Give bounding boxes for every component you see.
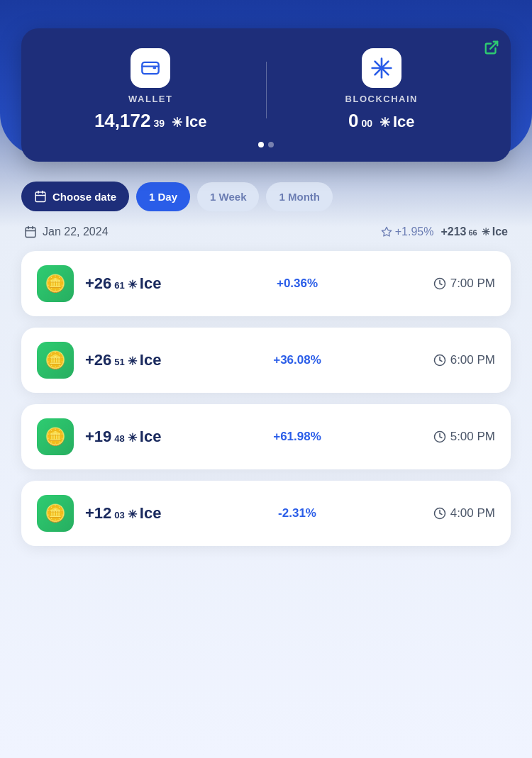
tx-pct: -2.31% bbox=[269, 506, 326, 520]
tx-left: 🪙 +2651 ✳ Ice bbox=[37, 342, 161, 379]
tx-left: 🪙 +1203 ✳ Ice bbox=[37, 495, 161, 532]
tx-time: 5:00 PM bbox=[433, 430, 495, 444]
wallet-star: ✳ bbox=[172, 115, 182, 130]
clock-icon bbox=[433, 430, 446, 443]
blockchain-section: BLOCKCHAIN 000 ✳ Ice bbox=[274, 48, 490, 132]
transactions-list: 🪙 +2661 ✳ Ice +0.36% 7:00 PM 🪙 bbox=[21, 251, 511, 546]
blockchain-amount: 000 ✳ Ice bbox=[348, 110, 415, 132]
calendar-icon bbox=[24, 225, 37, 238]
wallet-section: WALLET 14,17239 ✳ Ice bbox=[43, 48, 259, 132]
tx-left: 🪙 +2661 ✳ Ice bbox=[37, 265, 161, 302]
filter-1day-label: 1 Day bbox=[149, 191, 177, 203]
date-stats-row: Jan 22, 2024 +1.95% +21366 ✳ Ice bbox=[21, 225, 511, 238]
svg-rect-10 bbox=[26, 228, 35, 238]
wallet-label: WALLET bbox=[128, 94, 172, 104]
star-icon bbox=[381, 226, 392, 238]
wallet-icon bbox=[131, 48, 170, 88]
tx-amount: +1203 ✳ Ice bbox=[85, 504, 161, 523]
tx-amount: +1948 ✳ Ice bbox=[85, 428, 161, 446]
wallet-amount-main: 14,172 bbox=[94, 110, 151, 132]
wallet-row: WALLET 14,17239 ✳ Ice bbox=[43, 48, 489, 132]
blockchain-icon bbox=[362, 48, 401, 88]
wallet-ice-label: Ice bbox=[185, 113, 207, 131]
wallet-amount-decimal: 39 bbox=[153, 118, 165, 129]
blockchain-label: BLOCKCHAIN bbox=[345, 94, 418, 104]
clock-icon bbox=[433, 507, 446, 520]
wallet-card: WALLET 14,17239 ✳ Ice bbox=[21, 28, 511, 162]
svg-marker-14 bbox=[382, 227, 391, 236]
filter-bar: Choose date 1 Day 1 Week 1 Month bbox=[21, 182, 511, 211]
external-link-icon[interactable] bbox=[484, 40, 499, 60]
blockchain-star: ✳ bbox=[379, 115, 390, 130]
transaction-item: 🪙 +1203 ✳ Ice -2.31% 4:00 PM bbox=[21, 481, 511, 546]
svg-rect-6 bbox=[35, 192, 45, 202]
tx-pct: +61.98% bbox=[269, 430, 326, 444]
tx-amount: +2651 ✳ Ice bbox=[85, 351, 161, 369]
date-pct-change: +1.95% bbox=[381, 225, 434, 238]
dot-1[interactable] bbox=[258, 142, 264, 147]
choose-date-label: Choose date bbox=[52, 191, 116, 203]
filter-1month-button[interactable]: 1 Month bbox=[266, 182, 333, 211]
clock-icon bbox=[433, 277, 446, 290]
date-ice-change: +21366 ✳ Ice bbox=[440, 225, 508, 238]
date-info: Jan 22, 2024 bbox=[24, 225, 109, 238]
svg-line-0 bbox=[490, 42, 497, 49]
tx-coins-icon: 🪙 bbox=[37, 495, 74, 532]
blockchain-ice-label: Ice bbox=[393, 113, 415, 131]
section-divider bbox=[266, 62, 267, 118]
filter-1week-button[interactable]: 1 Week bbox=[197, 182, 259, 211]
transaction-item: 🪙 +1948 ✳ Ice +61.98% 5:00 PM bbox=[21, 404, 511, 469]
blockchain-amount-main: 0 bbox=[348, 110, 358, 132]
dot-2[interactable] bbox=[268, 142, 274, 147]
tx-coins-icon: 🪙 bbox=[37, 418, 74, 455]
tx-coins-icon: 🪙 bbox=[37, 265, 74, 302]
filter-1month-label: 1 Month bbox=[279, 191, 320, 203]
filter-1day-button[interactable]: 1 Day bbox=[136, 182, 190, 211]
wallet-amount: 14,17239 ✳ Ice bbox=[94, 110, 207, 132]
blockchain-amount-decimal: 00 bbox=[361, 118, 372, 129]
clock-icon bbox=[433, 354, 446, 367]
tx-time: 4:00 PM bbox=[433, 506, 495, 520]
choose-date-button[interactable]: Choose date bbox=[21, 182, 129, 211]
tx-left: 🪙 +1948 ✳ Ice bbox=[37, 418, 161, 455]
transaction-item: 🪙 +2661 ✳ Ice +0.36% 7:00 PM bbox=[21, 251, 511, 316]
transaction-item: 🪙 +2651 ✳ Ice +36.08% 6:00 PM bbox=[21, 328, 511, 393]
tx-pct: +0.36% bbox=[269, 277, 326, 291]
svg-rect-1 bbox=[143, 62, 159, 74]
filter-1week-label: 1 Week bbox=[210, 191, 246, 203]
date-ice-star: ✳ bbox=[482, 226, 490, 238]
tx-pct: +36.08% bbox=[269, 353, 326, 367]
tx-time: 7:00 PM bbox=[433, 277, 495, 291]
tx-amount: +2661 ✳ Ice bbox=[85, 274, 161, 293]
date-stats: +1.95% +21366 ✳ Ice bbox=[381, 225, 508, 238]
date-label: Jan 22, 2024 bbox=[43, 225, 109, 238]
carousel-dots bbox=[258, 142, 274, 147]
tx-time: 6:00 PM bbox=[433, 353, 495, 367]
tx-coins-icon: 🪙 bbox=[37, 342, 74, 379]
